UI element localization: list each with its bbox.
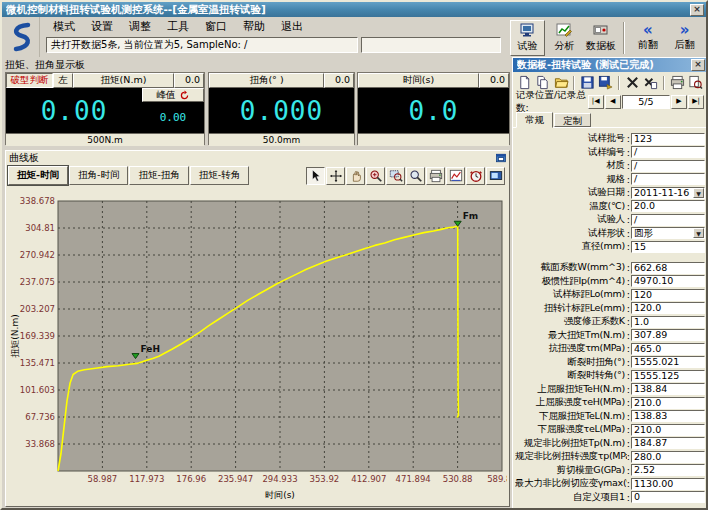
record-next-button[interactable]: ▶ xyxy=(671,95,687,109)
databoard-button-label: 数据板 xyxy=(586,39,616,53)
torque-peak-value: 0.00 xyxy=(142,102,204,133)
data-tab-0[interactable]: 常规 xyxy=(516,112,553,128)
timer-tool-button[interactable] xyxy=(466,167,485,185)
field-row: 温度(℃):20.0 xyxy=(515,200,705,213)
display-panel-caption: 扭矩、扭角显示板 xyxy=(5,59,510,71)
data-tab-1[interactable]: 定制 xyxy=(554,113,591,127)
pointer-tool-button[interactable] xyxy=(306,167,325,185)
restore-icon[interactable] xyxy=(495,152,507,164)
print-preview-button[interactable] xyxy=(688,74,704,91)
status-extra xyxy=(361,37,501,53)
record-prev-button[interactable]: ◀ xyxy=(605,95,621,109)
field-input[interactable]: 210.0 xyxy=(631,424,705,436)
field-input[interactable]: 1555.125 xyxy=(631,370,705,382)
svg-text:时间(s): 时间(s) xyxy=(265,490,295,500)
delete-all-button[interactable] xyxy=(643,74,659,91)
svg-text:304.81: 304.81 xyxy=(25,223,55,233)
curve-tab-1[interactable]: 扭角-时间 xyxy=(69,166,128,185)
zoom-out-tool-button[interactable] xyxy=(406,167,425,185)
field-input[interactable]: 圆形▼ xyxy=(631,227,705,239)
page-next-button[interactable]: »后翻 xyxy=(667,20,702,56)
page-prev-button[interactable]: «前翻 xyxy=(630,20,665,56)
field-input[interactable]: 20.0 xyxy=(631,200,705,212)
app-logo-icon xyxy=(2,17,40,57)
field-label: 剪切模量G(GPa) xyxy=(515,464,627,477)
svg-text:530.88: 530.88 xyxy=(443,474,473,484)
crosshair-tool-button[interactable] xyxy=(326,167,345,185)
field-input[interactable]: 15 xyxy=(631,241,705,253)
peak-label: 峰值 xyxy=(157,89,176,102)
menu-status-area: 模式设置调整工具窗口帮助退出 共打开数据5条, 当前位置为5, SampleNo… xyxy=(40,17,510,58)
menu-item-5[interactable]: 帮助 xyxy=(236,18,272,35)
field-input[interactable]: 138.84 xyxy=(631,383,705,395)
field-input[interactable]: 120.0 xyxy=(631,302,705,314)
menu-item-0[interactable]: 模式 xyxy=(46,18,82,35)
refresh-icon[interactable] xyxy=(179,90,190,101)
svg-text:67.736: 67.736 xyxy=(25,412,55,422)
field-input[interactable]: 4970.10 xyxy=(631,275,705,287)
analysis-button[interactable]: 分析 xyxy=(547,20,582,56)
break-type-judge-button[interactable]: 破型判断 xyxy=(6,73,53,88)
field-input[interactable]: 2.52 xyxy=(631,464,705,476)
display-panel-tool-button[interactable] xyxy=(486,167,505,185)
menu-item-4[interactable]: 窗口 xyxy=(198,18,234,35)
field-input[interactable]: / xyxy=(631,214,705,226)
zoom-in-tool-button[interactable] xyxy=(366,167,385,185)
field-row: 断裂时扭角(°):1555.021 xyxy=(515,356,705,369)
curve-tabs: 扭矩-时间扭角-时间扭矩-扭角扭矩-转角 xyxy=(8,166,250,185)
field-input[interactable]: 2011-11-16▼ xyxy=(631,187,705,199)
field-row: 最大力非比例切应变γmax(%):1130.00 xyxy=(515,477,705,490)
svg-text:338.678: 338.678 xyxy=(20,196,55,206)
menu-item-1[interactable]: 设置 xyxy=(84,18,120,35)
field-input[interactable]: / xyxy=(631,146,705,158)
chevron-down-icon[interactable]: ▼ xyxy=(693,188,704,198)
record-last-button[interactable]: ▶| xyxy=(688,95,704,109)
curve-tab-0[interactable]: 扭矩-时间 xyxy=(8,166,68,185)
field-input[interactable]: 1555.021 xyxy=(631,356,705,368)
menu-item-3[interactable]: 工具 xyxy=(160,18,196,35)
chart-settings-tool-button[interactable] xyxy=(446,167,465,185)
field-input[interactable]: 307.89 xyxy=(631,329,705,341)
pan-hand-tool-button[interactable] xyxy=(346,167,365,185)
field-input[interactable]: / xyxy=(631,160,705,172)
curve-tab-2[interactable]: 扭矩-扭角 xyxy=(129,166,188,185)
save-icon xyxy=(580,75,595,90)
svg-text:FeH: FeH xyxy=(141,344,160,354)
field-input[interactable]: 1130.00 xyxy=(631,478,705,490)
menu-item-6[interactable]: 退出 xyxy=(274,18,310,35)
print-button[interactable] xyxy=(669,74,685,91)
data-panel-close-button[interactable]: × xyxy=(691,59,705,71)
save-as-button[interactable] xyxy=(598,74,614,91)
record-first-button[interactable]: |◀ xyxy=(588,95,604,109)
field-input[interactable]: 662.68 xyxy=(631,262,705,274)
curve-tab-3[interactable]: 扭矩-转角 xyxy=(190,166,249,185)
field-input[interactable]: 1.0 xyxy=(631,316,705,328)
field-input[interactable]: 184.87 xyxy=(631,437,705,449)
angle-lcd-area: 0.000 xyxy=(209,88,354,133)
svg-text:扭矩(N.m): 扭矩(N.m) xyxy=(10,314,20,357)
print-tool-button[interactable] xyxy=(426,167,445,185)
chevron-down-icon[interactable]: ▼ xyxy=(693,228,704,238)
field-input[interactable]: 210.0 xyxy=(631,397,705,409)
field-input[interactable]: 0 xyxy=(631,491,705,503)
delete-button[interactable] xyxy=(624,74,640,91)
field-input[interactable]: 120 xyxy=(631,289,705,301)
field-label: 强度修正系数K xyxy=(515,315,627,328)
chart-area[interactable]: 33.86867.736101.603135.471169.339203.207… xyxy=(8,187,507,503)
field-input[interactable]: / xyxy=(631,173,705,185)
zoom-window-tool-button[interactable] xyxy=(386,167,405,185)
field-row: 自定义项目1:0 xyxy=(515,491,705,504)
time-display: 时间(s)0.00.0 xyxy=(357,72,510,145)
field-row: 材质:/ xyxy=(515,159,705,172)
menu-item-2[interactable]: 调整 xyxy=(122,18,158,35)
field-label: 试样批号 xyxy=(515,132,627,145)
window-close-button[interactable]: × xyxy=(690,4,704,16)
databoard-button[interactable]: 数据板 xyxy=(584,20,619,56)
field-input[interactable]: 465.0 xyxy=(631,343,705,355)
test-button[interactable]: 试验 xyxy=(510,20,545,56)
left-direction-button[interactable]: 左 xyxy=(53,73,73,88)
field-input[interactable]: 138.83 xyxy=(631,410,705,422)
field-input[interactable]: 280.0 xyxy=(631,451,705,463)
field-input[interactable]: 123 xyxy=(631,133,705,145)
field-label: 试验人 xyxy=(515,213,627,226)
